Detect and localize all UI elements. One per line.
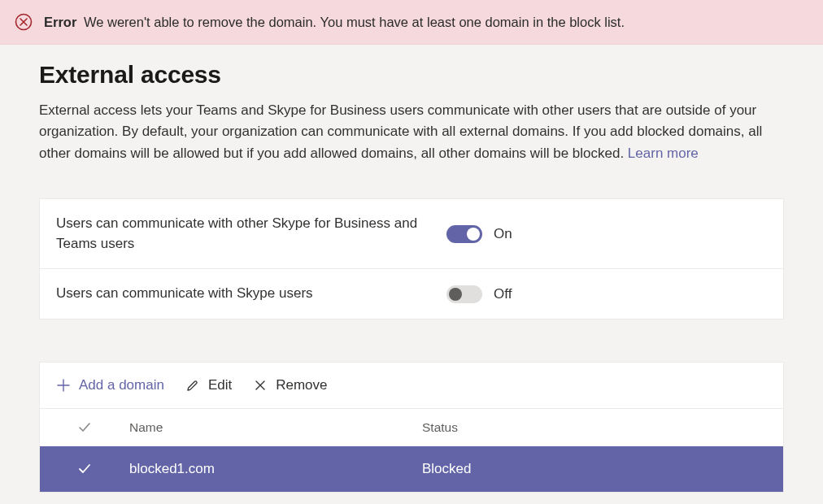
add-domain-label: Add a domain [79,377,164,393]
edit-label: Edit [208,377,232,393]
setting-label: Users can communicate with Skype users [56,284,446,304]
error-text: Error We weren't able to remove the doma… [44,15,625,30]
plus-icon [56,378,71,393]
table-header: Name Status [40,409,783,446]
setting-label: Users can communicate with other Skype f… [56,214,446,254]
add-domain-button[interactable]: Add a domain [56,377,164,393]
settings-panel: Users can communicate with other Skype f… [39,198,784,319]
edit-button[interactable]: Edit [185,377,232,393]
row-domain-name: blocked1.com [129,461,422,477]
row-domain-status: Blocked [422,461,767,477]
error-banner: Error We weren't able to remove the doma… [0,0,823,45]
row-select-check[interactable] [40,462,129,476]
header-select-all[interactable] [40,420,129,435]
header-status[interactable]: Status [422,420,767,435]
toggle-skype[interactable] [446,285,482,303]
remove-label: Remove [276,377,327,393]
table-row[interactable]: blocked1.com Blocked [40,446,783,492]
learn-more-link[interactable]: Learn more [628,146,699,161]
remove-button[interactable]: Remove [253,377,327,393]
domains-panel: Add a domain Edit Remove [39,362,784,493]
header-name[interactable]: Name [129,420,422,435]
toggle-state: On [494,226,512,242]
toggle-state: Off [494,286,512,302]
error-title: Error [44,15,76,29]
toggle-teams-sfb[interactable] [446,225,482,243]
page-title: External access [39,61,784,89]
setting-row-teams-sfb: Users can communicate with other Skype f… [40,199,783,269]
close-icon [253,378,268,393]
error-icon [15,13,33,31]
setting-row-skype: Users can communicate with Skype users O… [40,269,783,319]
domains-toolbar: Add a domain Edit Remove [40,363,783,409]
error-message: We weren't able to remove the domain. Yo… [84,15,625,29]
pencil-icon [185,378,200,393]
page-description: External access lets your Teams and Skyp… [39,100,784,164]
